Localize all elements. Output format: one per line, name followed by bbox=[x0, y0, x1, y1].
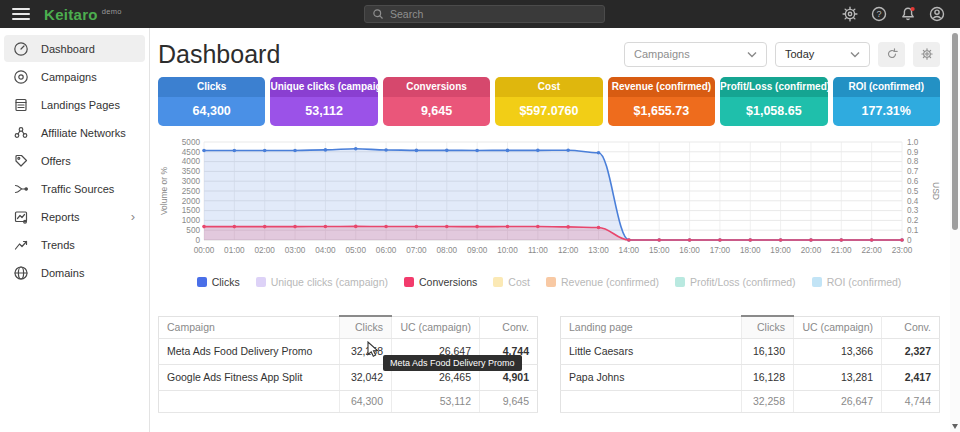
table-total-cell: 64,300 bbox=[340, 390, 392, 412]
table-cell: 16,130 bbox=[742, 338, 794, 364]
column-header-clicks[interactable]: Clicks bbox=[340, 316, 392, 338]
metric-value: 177.31% bbox=[833, 97, 940, 126]
sidebar-item-label: Dashboard bbox=[41, 43, 95, 55]
metric-label: Profit/Loss (confirmed) bbox=[720, 77, 827, 97]
metric-label: Clicks bbox=[158, 77, 265, 97]
dashboard-settings-button[interactable] bbox=[913, 42, 940, 67]
column-header-clicks[interactable]: Clicks bbox=[742, 316, 794, 338]
global-search[interactable] bbox=[364, 5, 605, 23]
campaigns-filter-select[interactable]: Campaigns bbox=[624, 42, 767, 67]
sidebar-item-domains[interactable]: Domains bbox=[4, 259, 145, 286]
svg-text:0: 0 bbox=[907, 236, 912, 245]
date-range-select[interactable]: Today bbox=[775, 42, 870, 67]
column-header-uc-campaign[interactable]: UC (campaign) bbox=[794, 316, 882, 338]
menu-icon[interactable] bbox=[12, 8, 30, 20]
legend-swatch bbox=[404, 277, 414, 287]
svg-text:0.9: 0.9 bbox=[907, 148, 919, 157]
svg-text:0.6: 0.6 bbox=[907, 177, 919, 186]
column-header-landing-page[interactable]: Landing page bbox=[561, 316, 742, 338]
sidebar-item-traffic-sources[interactable]: Traffic Sources bbox=[4, 175, 145, 202]
svg-text:5000: 5000 bbox=[182, 138, 201, 147]
table-cell: 16,128 bbox=[742, 364, 794, 390]
sidebar-item-label: Reports bbox=[41, 211, 80, 223]
legend-label: Cost bbox=[508, 276, 530, 288]
table-cell: 2,417 bbox=[882, 364, 940, 390]
traffic-icon bbox=[13, 181, 29, 197]
column-header-campaign[interactable]: Campaign bbox=[159, 316, 340, 338]
chart-legend: ClicksUnique clicks (campaign)Conversion… bbox=[158, 276, 940, 288]
svg-text:00:00: 00:00 bbox=[194, 246, 215, 255]
table-row[interactable]: Papa Johns16,12813,2812,417 bbox=[561, 364, 940, 390]
network-icon bbox=[13, 125, 29, 141]
svg-text:01:00: 01:00 bbox=[224, 246, 245, 255]
metric-value: $1,655.73 bbox=[608, 97, 715, 126]
globe-icon bbox=[13, 265, 29, 281]
table-total-cell: 53,112 bbox=[392, 390, 480, 412]
table-total-cell bbox=[159, 390, 340, 412]
metric-card-clicks: Clicks64,300 bbox=[158, 77, 265, 126]
search-input[interactable] bbox=[390, 8, 597, 20]
column-header-conv[interactable]: Conv. bbox=[882, 316, 940, 338]
metric-label: Unique clicks (campaign) bbox=[270, 77, 377, 97]
sidebar-item-reports[interactable]: Reports› bbox=[4, 203, 145, 230]
notifications-bell-icon[interactable] bbox=[899, 5, 917, 23]
legend-item-clicks[interactable]: Clicks bbox=[197, 276, 240, 288]
svg-text:1500: 1500 bbox=[182, 206, 201, 215]
sidebar-item-campaigns[interactable]: Campaigns bbox=[4, 63, 145, 90]
sidebar-item-label: Landings Pages bbox=[41, 99, 120, 111]
sidebar-item-dashboard[interactable]: Dashboard bbox=[4, 35, 145, 62]
account-icon[interactable] bbox=[928, 5, 946, 23]
legend-item-cost[interactable]: Cost bbox=[493, 276, 530, 288]
metric-card-profit-loss-confirmed: Profit/Loss (confirmed)$1,058.65 bbox=[720, 77, 827, 126]
table-totals-row: 32,25826,6474,744 bbox=[561, 390, 940, 412]
topbar: Keitarodemo ? bbox=[0, 0, 960, 28]
row-tooltip: Meta Ads Food Delivery Promo bbox=[383, 355, 522, 371]
table-row[interactable]: Little Caesars16,13013,3662,327 bbox=[561, 338, 940, 364]
legend-label: Unique clicks (campaign) bbox=[271, 276, 388, 288]
svg-text:0: 0 bbox=[195, 236, 200, 245]
svg-text:3000: 3000 bbox=[182, 177, 201, 186]
table-cell: Papa Johns bbox=[561, 364, 742, 390]
notification-badge bbox=[911, 7, 915, 11]
chevron-right-icon: › bbox=[131, 210, 135, 223]
sidebar-item-offers[interactable]: Offers bbox=[4, 147, 145, 174]
scrollbar-thumb[interactable] bbox=[952, 33, 958, 230]
table-total-cell: 26,647 bbox=[794, 390, 882, 412]
sidebar-item-trends[interactable]: Trends bbox=[4, 231, 145, 258]
column-header-uc-campaign[interactable]: UC (campaign) bbox=[392, 316, 480, 338]
sidebar-item-affiliate-networks[interactable]: Affiliate Networks bbox=[4, 119, 145, 146]
target-icon bbox=[13, 69, 29, 85]
metric-label: Cost bbox=[495, 77, 602, 97]
settings-gear-icon[interactable] bbox=[841, 5, 859, 23]
main-content: Dashboard Campaigns Today Clicks64,300Un… bbox=[150, 28, 950, 432]
table-cell: 2,327 bbox=[882, 338, 940, 364]
chart-canvas: 005000.110000.215000.320000.425000.53000… bbox=[158, 134, 940, 262]
scroll-down-arrow-icon[interactable] bbox=[952, 424, 958, 429]
metric-label: Revenue (confirmed) bbox=[608, 77, 715, 97]
table-cell: 13,281 bbox=[794, 364, 882, 390]
legend-item-profit-loss-confirmed[interactable]: Profit/Loss (confirmed) bbox=[675, 276, 796, 288]
legend-item-unique-clicks-campaign[interactable]: Unique clicks (campaign) bbox=[256, 276, 388, 288]
refresh-button[interactable] bbox=[878, 42, 905, 67]
sidebar-item-label: Affiliate Networks bbox=[41, 127, 126, 139]
legend-swatch bbox=[546, 277, 556, 287]
sidebar-item-label: Campaigns bbox=[41, 71, 97, 83]
sidebar-item-landings-pages[interactable]: Landings Pages bbox=[4, 91, 145, 118]
metric-card-revenue-confirmed: Revenue (confirmed)$1,655.73 bbox=[608, 77, 715, 126]
svg-text:2500: 2500 bbox=[182, 187, 201, 196]
legend-item-revenue-confirmed[interactable]: Revenue (confirmed) bbox=[546, 276, 659, 288]
legend-item-roi-confirmed[interactable]: ROI (confirmed) bbox=[812, 276, 902, 288]
trend-icon bbox=[13, 237, 29, 253]
column-header-conv[interactable]: Conv. bbox=[480, 316, 538, 338]
page-scrollbar[interactable] bbox=[950, 28, 960, 432]
svg-text:02:00: 02:00 bbox=[254, 246, 275, 255]
help-icon[interactable]: ? bbox=[870, 5, 888, 23]
svg-text:0.7: 0.7 bbox=[907, 167, 919, 176]
legend-label: Profit/Loss (confirmed) bbox=[690, 276, 796, 288]
svg-text:0.1: 0.1 bbox=[907, 226, 919, 235]
sidebar-item-label: Domains bbox=[41, 267, 84, 279]
page-title: Dashboard bbox=[158, 40, 280, 69]
svg-text:10:00: 10:00 bbox=[497, 246, 518, 255]
metric-card-cost: Cost$597.0760 bbox=[495, 77, 602, 126]
legend-item-conversions[interactable]: Conversions bbox=[404, 276, 477, 288]
